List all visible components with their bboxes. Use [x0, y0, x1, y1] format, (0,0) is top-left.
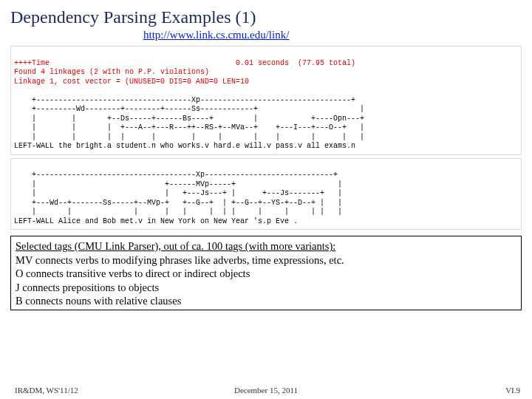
parse-1-header: ++++Time 0.01 seconds (77.95 total) Foun…	[14, 59, 355, 86]
tags-heading: Selected tags (CMU Link Parser), out of …	[16, 240, 335, 252]
tags-explanation-box: Selected tags (CMU Link Parser), out of …	[10, 236, 522, 310]
footer-center: December 15, 2011	[0, 386, 532, 395]
parse-1-diagram: +-----------------------------------Xp--…	[14, 96, 364, 151]
parse-2-diagram: +------------------------------------Xp-…	[14, 171, 342, 225]
slide-title: Dependency Parsing Examples (1)	[10, 7, 522, 27]
footer-right: VI.9	[505, 386, 520, 395]
parse-output-2: +------------------------------------Xp-…	[10, 158, 522, 231]
tag-b: B connects nouns with relative clauses	[16, 295, 181, 307]
tag-j: J connects prepositions to objects	[16, 282, 159, 293]
parse-output-1: ++++Time 0.01 seconds (77.95 total) Foun…	[10, 46, 522, 155]
tag-mv: MV connects verbs to modifying phrases l…	[16, 254, 344, 266]
tag-o: O connects transitive verbs to direct or…	[16, 267, 250, 279]
source-link[interactable]: http://www.link.cs.cmu.edu/link/	[143, 29, 522, 41]
